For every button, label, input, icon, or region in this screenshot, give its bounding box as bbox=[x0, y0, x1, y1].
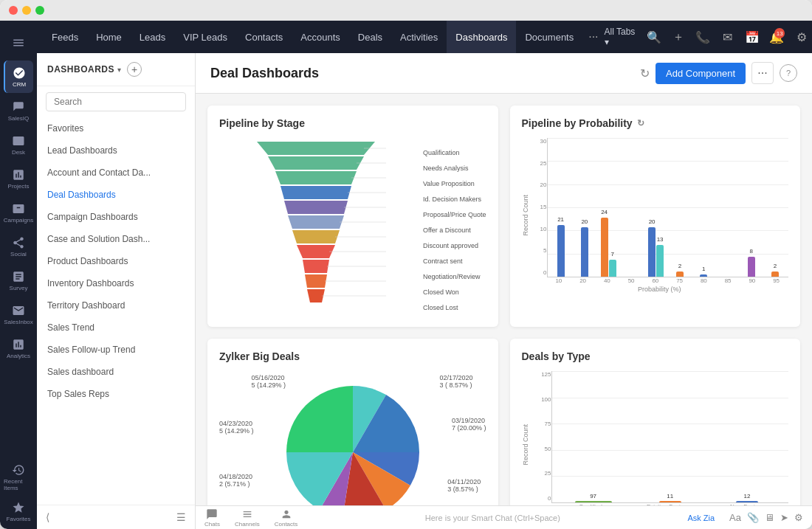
nav-item-vip-leads[interactable]: VIP Leads bbox=[174, 21, 236, 53]
bottom-send-icon[interactable]: ➤ bbox=[780, 512, 788, 523]
sidebar-item-crm[interactable]: CRM bbox=[4, 60, 33, 93]
content-area: DASHBOARDS ▾ + Favorites Lead Dashboards… bbox=[37, 53, 812, 529]
sidebar-nav-favorites[interactable]: Favorites bbox=[37, 117, 195, 139]
sidebar-item-campaigns[interactable]: Campaigns bbox=[4, 196, 33, 229]
search-input[interactable] bbox=[46, 92, 186, 111]
bottom-settings-icon[interactable]: ⚙ bbox=[794, 512, 803, 523]
sidebar-item-desk[interactable]: Desk bbox=[4, 128, 33, 161]
nav-item-home[interactable]: Home bbox=[87, 21, 131, 53]
nav-item-documents[interactable]: Documents bbox=[516, 21, 582, 53]
funnel-label-9: Closed Won bbox=[423, 288, 486, 296]
sidebar-nav-sales-followup[interactable]: Sales Follow-up Trend bbox=[37, 339, 195, 361]
bar-group-20: 20 bbox=[574, 227, 595, 277]
sidebar-nav-top-sales[interactable]: Top Sales Reps bbox=[37, 383, 195, 405]
page-title: Deal Dashboards bbox=[210, 66, 640, 81]
deals-bar-new: 12 bbox=[718, 493, 777, 502]
chats-tab[interactable]: Chats bbox=[204, 508, 220, 528]
fullscreen-button[interactable] bbox=[35, 6, 44, 15]
sidebar-view-icon[interactable]: ☰ bbox=[176, 511, 186, 523]
nav-item-accounts[interactable]: Accounts bbox=[292, 21, 348, 53]
refresh-chart-icon[interactable]: ↻ bbox=[637, 118, 644, 128]
nav-item-deals[interactable]: Deals bbox=[349, 21, 391, 53]
pie-label-0516: 05/16/2020 5 (14.29% ) bbox=[251, 374, 286, 389]
add-component-button[interactable]: Add Component bbox=[656, 63, 746, 84]
sidebar-nav-case[interactable]: Case and Solution Dash... bbox=[37, 228, 195, 250]
pipeline-by-probability-title: Pipeline by Probability ↻ bbox=[522, 117, 789, 129]
nav-more-button[interactable]: ··· bbox=[582, 30, 604, 44]
sidebar-add-button[interactable]: + bbox=[127, 62, 142, 77]
search-icon[interactable]: 🔍 bbox=[644, 27, 663, 47]
svg-marker-2 bbox=[275, 171, 357, 184]
title-bar bbox=[0, 0, 812, 21]
svg-marker-0 bbox=[257, 142, 375, 155]
add-icon[interactable]: ＋ bbox=[669, 27, 687, 47]
funnel-label-3: Id. Decision Makers bbox=[423, 196, 486, 203]
sidebar-nav-lead[interactable]: Lead Dashboards bbox=[37, 139, 195, 162]
pie-label-0411: 04/11/2020 3 (8.57% ) bbox=[447, 478, 481, 493]
email-icon[interactable]: ✉ bbox=[718, 27, 737, 47]
calls-icon[interactable]: 📞 bbox=[694, 27, 712, 47]
help-button[interactable]: ? bbox=[780, 64, 797, 82]
sidebar-item-salesinbox[interactable]: SalesInbox bbox=[4, 298, 33, 331]
favorites-label: Favorites bbox=[7, 516, 31, 522]
salesinbox-label: SalesInbox bbox=[4, 319, 33, 325]
smart-chat-input[interactable]: Here is your Smart Chat (Ctrl+Space) bbox=[312, 514, 672, 522]
sidebar-nav-sales-dashboard[interactable]: Sales dashboard bbox=[37, 361, 195, 383]
sidebar-nav-deal[interactable]: Deal Dashboards bbox=[37, 184, 195, 206]
ask-zia-button[interactable]: Ask Zia bbox=[687, 514, 715, 522]
sidebar-item-social[interactable]: Social bbox=[4, 230, 33, 263]
probability-chart-area: Record Count 30 25 20 15 bbox=[522, 138, 789, 293]
pipeline-by-stage-title: Pipeline by Stage bbox=[219, 117, 486, 129]
bar-40-orange bbox=[601, 218, 608, 277]
sidebar-bottom: ⟨ ☰ bbox=[37, 505, 195, 529]
main-content: Deal Dashboards ↻ Add Component ··· ? bbox=[196, 53, 812, 529]
sidebar-item-analytics[interactable]: Analytics bbox=[4, 332, 33, 364]
refresh-button[interactable]: ↻ bbox=[640, 66, 650, 80]
sidebar-collapse-icon[interactable]: ⟨ bbox=[46, 511, 49, 523]
sidebar-dropdown[interactable]: ▾ bbox=[117, 66, 121, 74]
deals-bars-container: 97 11 bbox=[551, 371, 789, 503]
sidebar-item-projects[interactable]: Projects bbox=[4, 162, 33, 195]
all-tabs-button[interactable]: All Tabs ▾ bbox=[605, 27, 639, 47]
sidebar-nav-product[interactable]: Product Dashboards bbox=[37, 250, 195, 272]
sidebar-item-survey[interactable]: Survey bbox=[4, 264, 33, 297]
sidebar-nav-inventory[interactable]: Inventory Dashboards bbox=[37, 272, 195, 294]
sidebar-nav-account[interactable]: Account and Contact Da... bbox=[37, 162, 195, 184]
bottom-screen-icon[interactable]: 🖥 bbox=[765, 512, 774, 523]
bar-60-teal bbox=[656, 245, 664, 277]
funnel-svg bbox=[242, 142, 390, 311]
sidebar-nav-territory[interactable]: Territory Dashboard bbox=[37, 294, 195, 317]
sidebar-nav-sales-trend[interactable]: Sales Trend bbox=[37, 317, 195, 339]
nav-item-contacts[interactable]: Contacts bbox=[236, 21, 292, 53]
nav-item-dashboards[interactable]: Dashboards bbox=[447, 21, 516, 53]
sidebar-item-salesiq[interactable]: SalesIQ bbox=[4, 94, 33, 127]
more-options-button[interactable]: ··· bbox=[751, 62, 774, 84]
settings-icon[interactable]: ⚙ bbox=[792, 27, 811, 47]
deals-chart-content: 125 100 75 50 25 0 bbox=[531, 371, 789, 505]
minimize-button[interactable] bbox=[22, 6, 31, 15]
sidebar-nav-campaign[interactable]: Campaign Dashboards bbox=[37, 206, 195, 228]
hamburger-menu[interactable] bbox=[4, 27, 33, 59]
sidebar-item-recent[interactable]: Recent Items bbox=[4, 461, 33, 494]
contacts-tab[interactable]: Contacts bbox=[275, 508, 298, 528]
notifications-icon[interactable]: 🔔 13 bbox=[768, 27, 786, 47]
funnel-label-7: Contract sent bbox=[423, 257, 486, 265]
svg-marker-4 bbox=[284, 201, 348, 214]
bar-group-75: 2 bbox=[670, 272, 690, 277]
channels-tab[interactable]: Channels bbox=[235, 508, 260, 528]
dashboard-grid: Pipeline by Stage bbox=[196, 94, 812, 505]
pie-label-0423: 04/23/2020 5 (14.29% ) bbox=[219, 420, 254, 435]
nav-item-activities[interactable]: Activities bbox=[391, 21, 447, 53]
bottom-attach-icon[interactable]: 📎 bbox=[747, 512, 759, 523]
calendar-icon[interactable]: 📅 bbox=[743, 27, 761, 47]
funnel-label-0: Qualification bbox=[423, 149, 486, 156]
svg-marker-6 bbox=[292, 230, 340, 243]
bottom-right-icons: Aa 📎 🖥 ➤ ⚙ bbox=[729, 512, 803, 523]
bar-10-blue bbox=[557, 225, 565, 277]
pipeline-by-probability-card: Pipeline by Probability ↻ Record Count bbox=[510, 106, 801, 327]
nav-item-leads[interactable]: Leads bbox=[131, 21, 174, 53]
close-button[interactable] bbox=[9, 6, 18, 15]
bottom-zoom-icon[interactable]: Aa bbox=[729, 512, 741, 523]
sidebar-item-favorites[interactable]: Favorites bbox=[4, 495, 33, 528]
nav-item-feeds[interactable]: Feeds bbox=[43, 21, 87, 53]
